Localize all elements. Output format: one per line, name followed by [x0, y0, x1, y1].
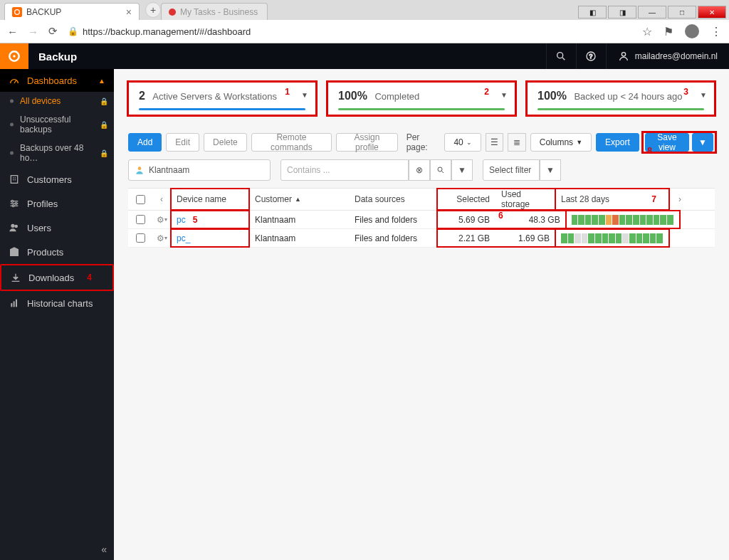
browser-tab-active[interactable]: BACKUP ×	[4, 3, 140, 20]
stat-progress	[338, 108, 505, 110]
main-content: 1 2 Active Servers & Workstations ▼ 2 10…	[114, 69, 729, 560]
svg-rect-9	[11, 176, 17, 184]
collapse-sidebar-icon[interactable]: «	[101, 544, 107, 555]
search-icon[interactable]	[546, 43, 576, 69]
select-filter-button[interactable]: Select filter	[483, 159, 540, 181]
clear-filter-icon[interactable]: ⊗	[409, 159, 430, 181]
view-list-icon[interactable]: ☰	[486, 133, 504, 152]
select-filter-dropdown[interactable]: ▼	[540, 159, 561, 181]
stat-number: 100%	[338, 90, 367, 102]
delete-button[interactable]: Delete	[204, 133, 247, 152]
new-tab-button[interactable]: +	[145, 2, 161, 18]
chevron-down-icon[interactable]: ▼	[500, 91, 508, 99]
url-input[interactable]: 🔒 https://backup.management/#/dashboard	[68, 26, 632, 37]
per-page-select[interactable]: 40⌄	[444, 133, 481, 152]
svg-point-26	[138, 167, 142, 170]
tab-close-icon[interactable]: ×	[126, 6, 132, 18]
sidebar-item-products[interactable]: Products	[0, 240, 114, 264]
row-gear-icon[interactable]: ⚙▾	[152, 229, 171, 247]
stat-card-active[interactable]: 1 2 Active Servers & Workstations ▼	[128, 82, 316, 115]
sidebar-item-historical[interactable]: Historical charts	[0, 291, 114, 315]
remote-commands-button[interactable]: Remote commands	[251, 133, 332, 152]
annotation-3: 3	[683, 87, 688, 97]
sidebar-label: Historical charts	[27, 298, 93, 309]
header-data-sources[interactable]: Data sources	[349, 189, 437, 210]
assign-profile-button[interactable]: Assign profile	[336, 133, 398, 152]
add-button[interactable]: Add	[128, 133, 162, 152]
window-maximize[interactable]: □	[668, 6, 696, 19]
stat-label: Active Servers & Workstations	[152, 91, 277, 102]
chevron-down-icon[interactable]: ▼	[301, 91, 308, 99]
chevron-down-icon[interactable]: ▼	[700, 91, 707, 99]
export-button[interactable]: Export	[596, 133, 639, 152]
sidebar-item-profiles[interactable]: Profiles	[0, 191, 114, 216]
sidebar-item-customers[interactable]: Customers	[0, 167, 114, 191]
cell-data-sources: Files and folders	[349, 211, 437, 228]
svg-point-27	[438, 167, 442, 171]
edit-button[interactable]: Edit	[166, 133, 199, 152]
row-checkbox[interactable]	[128, 211, 152, 228]
header-customer[interactable]: Customer▲	[249, 189, 349, 210]
annotation-2: 2	[484, 87, 489, 97]
window-icon[interactable]: ◨	[608, 6, 636, 19]
header-device-name[interactable]: Device name	[171, 189, 249, 210]
sidebar-item-dashboards[interactable]: Dashboards ▲	[0, 69, 114, 92]
account-icon[interactable]	[685, 24, 699, 38]
tab-favicon	[12, 7, 22, 17]
annotation-6: 6	[498, 211, 503, 228]
menu-icon[interactable]: ⋮	[710, 25, 722, 38]
stat-card-completed[interactable]: 2 100% Completed ▼	[327, 82, 515, 115]
table-row[interactable]: ⚙▾pc5KlantnaamFiles and folders5.69 GB64…	[128, 211, 715, 229]
header-user[interactable]: mailadres@domein.nl	[606, 43, 729, 69]
sidebar-item-downloads[interactable]: Downloads 4	[0, 264, 114, 291]
svg-rect-22	[11, 250, 19, 256]
table-row[interactable]: ⚙▾pc_KlantnaamFiles and folders2.21 GB1.…	[128, 229, 715, 248]
reload-icon[interactable]: ⟳	[48, 25, 58, 38]
stat-card-backedup[interactable]: 3 100% Backed up < 24 hours ago ▼	[527, 82, 715, 115]
sidebar-item-users[interactable]: Users	[0, 216, 114, 240]
row-checkbox[interactable]	[128, 229, 152, 247]
device-link[interactable]: pc	[177, 215, 186, 225]
header-checkbox[interactable]	[128, 189, 152, 210]
url-text: https://backup.management/#/dashboard	[83, 26, 251, 37]
device-link[interactable]: pc_	[177, 233, 190, 243]
app-logo[interactable]	[0, 43, 28, 69]
svg-point-0	[15, 9, 20, 14]
header-prev-icon[interactable]: ‹	[152, 189, 171, 210]
customer-filter[interactable]: Klantnaam	[128, 159, 271, 181]
window-close[interactable]: ✕	[698, 6, 726, 19]
header-last-28-days[interactable]: Last 28 days 7	[555, 189, 669, 210]
search-icon[interactable]	[430, 159, 451, 181]
sidebar-sub-48h[interactable]: Backups over 48 ho… 🔒	[0, 139, 114, 167]
cell-last-28-days	[566, 211, 680, 228]
svg-rect-24	[14, 301, 15, 307]
extension-icon[interactable]: ⚑	[664, 25, 673, 38]
forward-icon[interactable]: →	[28, 26, 38, 38]
annotation-1: 1	[285, 87, 290, 97]
back-icon[interactable]: ←	[7, 26, 18, 38]
header-used-storage[interactable]: Used storage	[495, 189, 555, 210]
window-icon[interactable]: ◧	[578, 6, 607, 19]
browser-tab-inactive[interactable]: My Tasks - Business	[161, 3, 268, 20]
sidebar-sub-label: Unsuccessful backups	[20, 115, 100, 134]
sidebar-sub-unsuccessful[interactable]: Unsuccessful backups 🔒	[0, 110, 114, 139]
lock-icon: 🔒	[100, 149, 108, 157]
building-icon	[9, 174, 20, 185]
browser-chrome: BACKUP × + My Tasks - Business ◧ ◨ — □ ✕…	[0, 0, 729, 43]
stat-label: Completed	[374, 91, 419, 102]
save-view-dropdown[interactable]: ▼	[692, 133, 713, 152]
row-gear-icon[interactable]: ⚙▾	[152, 211, 171, 228]
contains-input[interactable]: Contains ...	[280, 159, 409, 181]
svg-point-7	[622, 53, 625, 56]
status-chart	[561, 233, 664, 243]
star-icon[interactable]: ☆	[642, 25, 652, 38]
sidebar: Dashboards ▲ All devices 🔒 Unsuccessful …	[0, 69, 114, 560]
columns-button[interactable]: Columns ▼	[530, 133, 592, 152]
help-icon[interactable]: ?	[576, 43, 606, 69]
window-minimize[interactable]: —	[638, 6, 666, 19]
header-selected[interactable]: Selected	[437, 189, 495, 210]
filter-dropdown-icon[interactable]: ▼	[451, 159, 473, 181]
sidebar-sub-all-devices[interactable]: All devices 🔒	[0, 92, 114, 110]
view-grid-icon[interactable]: ≣	[508, 133, 526, 152]
header-next-icon[interactable]: ›	[669, 189, 691, 210]
